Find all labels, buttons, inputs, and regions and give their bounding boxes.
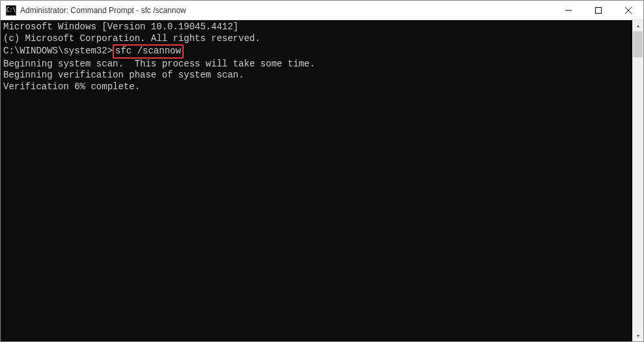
terminal-area: Microsoft Windows [Version 10.0.19045.44… (1, 20, 643, 341)
minimize-button[interactable] (553, 1, 583, 20)
cmd-icon: C:\ (6, 5, 16, 16)
verification-begin-line: Beginning verification phase of system s… (3, 70, 630, 81)
terminal-output[interactable]: Microsoft Windows [Version 10.0.19045.44… (1, 20, 632, 341)
verification-progress-line: Verification 6% complete. (3, 81, 630, 93)
copyright-line: (c) Microsoft Corporation. All rights re… (3, 33, 630, 45)
window-controls (553, 1, 643, 20)
version-line: Microsoft Windows [Version 10.0.19045.44… (3, 21, 630, 33)
scroll-thumb[interactable] (633, 31, 643, 57)
prompt-text: C:\WINDOWS\system32> (3, 46, 113, 56)
svg-rect-1 (596, 7, 602, 13)
maximize-button[interactable] (583, 1, 613, 20)
scan-begin-line: Beginning system scan. This process will… (3, 59, 630, 70)
window-title: Administrator: Command Prompt - sfc /sca… (20, 6, 553, 15)
window-titlebar[interactable]: C:\ Administrator: Command Prompt - sfc … (1, 1, 643, 20)
scroll-up-arrow[interactable]: ▴ (632, 20, 643, 31)
scroll-down-arrow[interactable]: ▾ (632, 330, 643, 341)
close-button[interactable] (613, 1, 643, 20)
prompt-line: C:\WINDOWS\system32>sfc /scannow (3, 44, 630, 59)
vertical-scrollbar[interactable]: ▴ ▾ (632, 20, 643, 341)
command-highlight: sfc /scannow (113, 44, 184, 59)
